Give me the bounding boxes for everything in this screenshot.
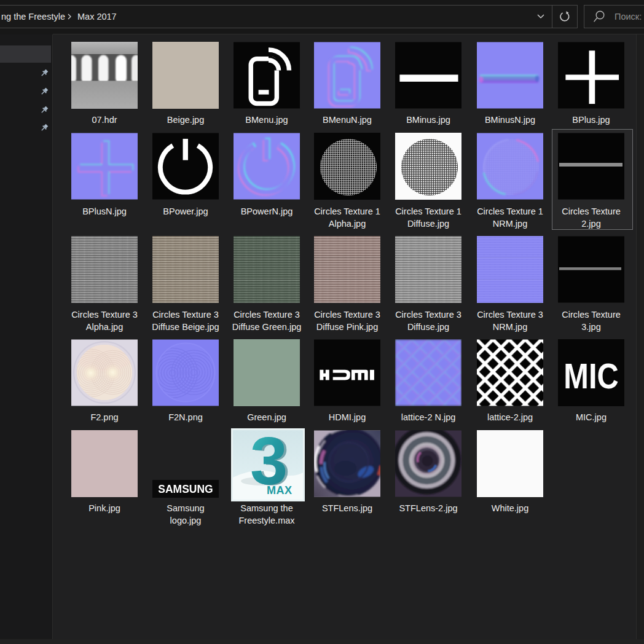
svg-text:MAX: MAX [267, 484, 293, 497]
